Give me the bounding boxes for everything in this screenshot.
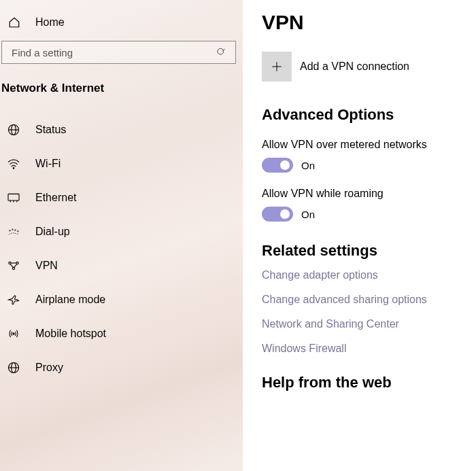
ethernet-icon [7,191,20,205]
sidebar-item-label: Mobile hotspot [35,328,106,340]
sidebar-item-airplane[interactable]: Airplane mode [0,283,243,317]
svg-point-13 [18,230,19,232]
svg-point-16 [12,267,14,269]
home-nav[interactable]: Home [0,10,243,41]
option-label-metered: Allow VPN over metered networks [262,139,476,151]
link-adapter-options[interactable]: Change adapter options [262,269,476,281]
sidebar-item-ethernet[interactable]: Ethernet [0,181,243,215]
status-icon [7,123,20,137]
sidebar-item-vpn[interactable]: VPN [0,249,243,283]
settings-sidebar: Home Network & Internet Status Wi-Fi Eth… [0,0,243,471]
sidebar-item-label: Proxy [35,362,63,374]
link-network-sharing-center[interactable]: Network and Sharing Center [262,318,476,330]
sidebar-item-label: Status [35,124,66,136]
svg-point-15 [16,262,18,264]
sidebar-item-label: Ethernet [35,192,76,204]
search-icon [216,48,226,58]
plus-icon [262,52,292,82]
proxy-icon [7,361,20,374]
sidebar-item-label: Airplane mode [35,294,105,306]
sidebar-item-label: Dial-up [35,226,70,238]
home-label: Home [35,16,65,29]
add-vpn-button[interactable]: Add a VPN connection [262,52,476,82]
toggle-state-label: On [301,209,315,220]
add-vpn-label: Add a VPN connection [300,60,409,73]
sidebar-item-label: VPN [35,260,58,272]
sidebar-item-wifi[interactable]: Wi-Fi [0,147,243,181]
option-label-roaming: Allow VPN while roaming [262,188,476,200]
sidebar-item-proxy[interactable]: Proxy [0,351,243,385]
svg-point-12 [15,230,16,231]
sidebar-item-hotspot[interactable]: Mobile hotspot [0,317,243,351]
svg-point-14 [9,262,11,264]
wifi-icon [7,157,20,171]
help-heading: Help from the web [262,374,476,391]
search-wrapper [0,41,243,77]
toggle-metered[interactable] [262,158,293,173]
page-title: VPN [262,11,476,34]
svg-point-5 [13,168,14,169]
search-input[interactable] [1,41,236,64]
advanced-options-heading: Advanced Options [262,106,476,124]
svg-rect-6 [8,194,19,200]
sidebar-item-dialup[interactable]: Dial-up [0,215,243,249]
link-advanced-sharing[interactable]: Change advanced sharing options [262,294,476,306]
related-settings-heading: Related settings [262,242,476,260]
svg-point-11 [12,229,14,230]
dialup-icon [7,225,20,239]
hotspot-icon [7,327,20,341]
home-icon [8,16,20,29]
section-title: Network & Internet [0,77,243,113]
airplane-icon [7,293,20,307]
link-windows-firewall[interactable]: Windows Firewall [262,343,476,355]
sidebar-item-status[interactable]: Status [0,113,243,147]
sidebar-item-label: Wi-Fi [35,158,61,170]
svg-point-20 [13,333,14,334]
svg-point-10 [10,230,11,232]
vpn-icon [7,259,20,273]
svg-point-0 [218,48,224,54]
toggle-state-label: On [301,160,315,171]
main-content: VPN Add a VPN connection Advanced Option… [243,0,476,471]
svg-line-18 [14,264,17,268]
toggle-roaming[interactable] [262,207,293,222]
svg-line-17 [10,264,13,268]
